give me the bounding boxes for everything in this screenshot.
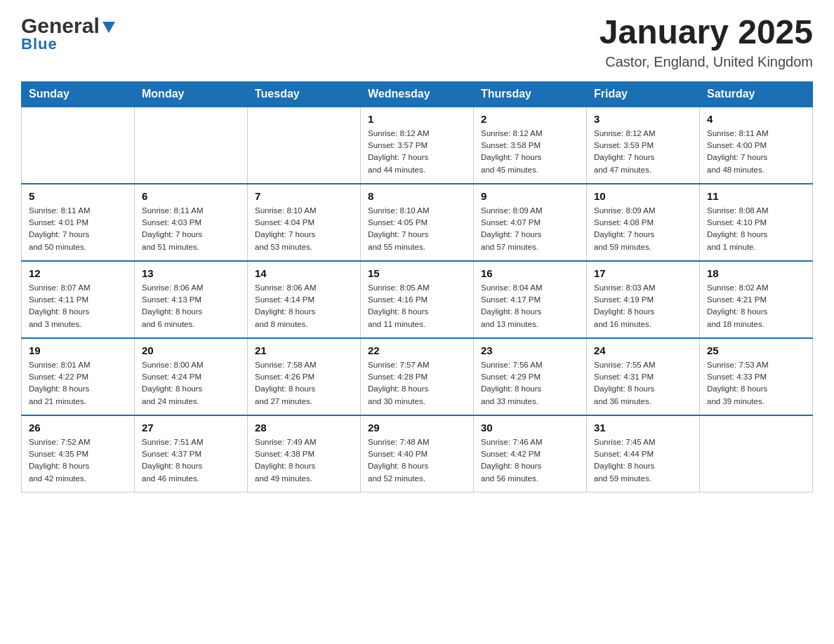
day-number: 27 xyxy=(142,422,240,434)
day-number: 8 xyxy=(368,190,466,202)
calendar-table: SundayMondayTuesdayWednesdayThursdayFrid… xyxy=(21,81,813,493)
calendar-cell: 6Sunrise: 8:11 AM Sunset: 4:03 PM Daylig… xyxy=(135,184,248,261)
day-info: Sunrise: 7:58 AM Sunset: 4:26 PM Dayligh… xyxy=(255,359,353,408)
day-number: 3 xyxy=(594,113,692,125)
logo-general-text: General xyxy=(21,14,100,38)
day-number: 28 xyxy=(255,422,353,434)
day-info: Sunrise: 7:57 AM Sunset: 4:28 PM Dayligh… xyxy=(368,359,466,408)
day-info: Sunrise: 8:12 AM Sunset: 3:59 PM Dayligh… xyxy=(594,128,692,176)
title-area: January 2025 Castor, England, United Kin… xyxy=(600,14,813,70)
calendar-cell: 7Sunrise: 8:10 AM Sunset: 4:04 PM Daylig… xyxy=(248,184,361,261)
calendar-cell: 26Sunrise: 7:52 AM Sunset: 4:35 PM Dayli… xyxy=(22,415,135,492)
calendar-cell: 23Sunrise: 7:56 AM Sunset: 4:29 PM Dayli… xyxy=(474,338,587,415)
day-info: Sunrise: 8:08 AM Sunset: 4:10 PM Dayligh… xyxy=(707,205,805,253)
calendar-cell: 1Sunrise: 8:12 AM Sunset: 3:57 PM Daylig… xyxy=(361,107,474,184)
calendar-week-row: 1Sunrise: 8:12 AM Sunset: 3:57 PM Daylig… xyxy=(22,107,813,184)
day-info: Sunrise: 8:11 AM Sunset: 4:03 PM Dayligh… xyxy=(142,205,240,253)
calendar-cell: 12Sunrise: 8:07 AM Sunset: 4:11 PM Dayli… xyxy=(22,261,135,338)
calendar-cell: 31Sunrise: 7:45 AM Sunset: 4:44 PM Dayli… xyxy=(587,415,700,492)
calendar-cell: 14Sunrise: 8:06 AM Sunset: 4:14 PM Dayli… xyxy=(248,261,361,338)
calendar-cell: 3Sunrise: 8:12 AM Sunset: 3:59 PM Daylig… xyxy=(587,107,700,184)
calendar-cell: 5Sunrise: 8:11 AM Sunset: 4:01 PM Daylig… xyxy=(22,184,135,261)
day-info: Sunrise: 8:05 AM Sunset: 4:16 PM Dayligh… xyxy=(368,282,466,330)
day-number: 21 xyxy=(255,344,353,356)
day-info: Sunrise: 8:06 AM Sunset: 4:13 PM Dayligh… xyxy=(142,282,240,330)
calendar-cell: 30Sunrise: 7:46 AM Sunset: 4:42 PM Dayli… xyxy=(474,415,587,492)
day-number: 5 xyxy=(29,190,127,202)
day-number: 1 xyxy=(368,113,466,125)
day-number: 13 xyxy=(142,267,240,279)
day-info: Sunrise: 7:52 AM Sunset: 4:35 PM Dayligh… xyxy=(29,436,127,485)
day-number: 7 xyxy=(255,190,353,202)
day-number: 10 xyxy=(594,190,692,202)
calendar-cell: 16Sunrise: 8:04 AM Sunset: 4:17 PM Dayli… xyxy=(474,261,587,338)
calendar-cell: 18Sunrise: 8:02 AM Sunset: 4:21 PM Dayli… xyxy=(700,261,813,338)
day-number: 23 xyxy=(481,344,579,356)
calendar-week-row: 26Sunrise: 7:52 AM Sunset: 4:35 PM Dayli… xyxy=(22,415,813,492)
logo-blue-text: Blue xyxy=(21,35,117,53)
day-number: 25 xyxy=(707,344,805,356)
day-number: 18 xyxy=(707,267,805,279)
day-number: 26 xyxy=(29,422,127,434)
calendar-header-tuesday: Tuesday xyxy=(248,81,361,107)
day-number: 6 xyxy=(142,190,240,202)
calendar-cell: 21Sunrise: 7:58 AM Sunset: 4:26 PM Dayli… xyxy=(248,338,361,415)
calendar-week-row: 12Sunrise: 8:07 AM Sunset: 4:11 PM Dayli… xyxy=(22,261,813,338)
month-title: January 2025 xyxy=(600,14,813,51)
day-number: 24 xyxy=(594,344,692,356)
day-info: Sunrise: 7:48 AM Sunset: 4:40 PM Dayligh… xyxy=(368,436,466,485)
page-header: General Blue January 2025 Castor, Englan… xyxy=(21,14,813,70)
calendar-cell: 17Sunrise: 8:03 AM Sunset: 4:19 PM Dayli… xyxy=(587,261,700,338)
day-number: 15 xyxy=(368,267,466,279)
day-info: Sunrise: 7:46 AM Sunset: 4:42 PM Dayligh… xyxy=(481,436,579,485)
day-number: 4 xyxy=(707,113,805,125)
day-number: 16 xyxy=(481,267,579,279)
day-number: 12 xyxy=(29,267,127,279)
calendar-cell xyxy=(248,107,361,184)
calendar-cell: 28Sunrise: 7:49 AM Sunset: 4:38 PM Dayli… xyxy=(248,415,361,492)
calendar-cell: 10Sunrise: 8:09 AM Sunset: 4:08 PM Dayli… xyxy=(587,184,700,261)
calendar-cell: 9Sunrise: 8:09 AM Sunset: 4:07 PM Daylig… xyxy=(474,184,587,261)
day-number: 14 xyxy=(255,267,353,279)
day-info: Sunrise: 7:51 AM Sunset: 4:37 PM Dayligh… xyxy=(142,436,240,485)
calendar-cell: 29Sunrise: 7:48 AM Sunset: 4:40 PM Dayli… xyxy=(361,415,474,492)
day-number: 22 xyxy=(368,344,466,356)
calendar-cell: 15Sunrise: 8:05 AM Sunset: 4:16 PM Dayli… xyxy=(361,261,474,338)
calendar-cell: 4Sunrise: 8:11 AM Sunset: 4:00 PM Daylig… xyxy=(700,107,813,184)
day-number: 29 xyxy=(368,422,466,434)
day-info: Sunrise: 8:11 AM Sunset: 4:00 PM Dayligh… xyxy=(707,128,805,176)
calendar-cell: 8Sunrise: 8:10 AM Sunset: 4:05 PM Daylig… xyxy=(361,184,474,261)
logo-triangle-icon xyxy=(101,19,117,34)
day-info: Sunrise: 8:10 AM Sunset: 4:04 PM Dayligh… xyxy=(255,205,353,253)
calendar-cell: 25Sunrise: 7:53 AM Sunset: 4:33 PM Dayli… xyxy=(700,338,813,415)
day-number: 2 xyxy=(481,113,579,125)
day-number: 9 xyxy=(481,190,579,202)
day-number: 11 xyxy=(707,190,805,202)
day-info: Sunrise: 8:07 AM Sunset: 4:11 PM Dayligh… xyxy=(29,282,127,330)
day-info: Sunrise: 8:00 AM Sunset: 4:24 PM Dayligh… xyxy=(142,359,240,408)
calendar-cell: 27Sunrise: 7:51 AM Sunset: 4:37 PM Dayli… xyxy=(135,415,248,492)
calendar-cell: 20Sunrise: 8:00 AM Sunset: 4:24 PM Dayli… xyxy=(135,338,248,415)
day-info: Sunrise: 8:04 AM Sunset: 4:17 PM Dayligh… xyxy=(481,282,579,330)
calendar-cell xyxy=(135,107,248,184)
day-info: Sunrise: 8:10 AM Sunset: 4:05 PM Dayligh… xyxy=(368,205,466,253)
calendar-cell: 22Sunrise: 7:57 AM Sunset: 4:28 PM Dayli… xyxy=(361,338,474,415)
calendar-cell: 2Sunrise: 8:12 AM Sunset: 3:58 PM Daylig… xyxy=(474,107,587,184)
day-info: Sunrise: 8:12 AM Sunset: 3:57 PM Dayligh… xyxy=(368,128,466,176)
calendar-cell: 13Sunrise: 8:06 AM Sunset: 4:13 PM Dayli… xyxy=(135,261,248,338)
calendar-header-saturday: Saturday xyxy=(700,81,813,107)
day-info: Sunrise: 8:09 AM Sunset: 4:08 PM Dayligh… xyxy=(594,205,692,253)
svg-marker-0 xyxy=(102,22,115,33)
day-info: Sunrise: 8:09 AM Sunset: 4:07 PM Dayligh… xyxy=(481,205,579,253)
calendar-header-wednesday: Wednesday xyxy=(361,81,474,107)
day-number: 17 xyxy=(594,267,692,279)
calendar-header-row: SundayMondayTuesdayWednesdayThursdayFrid… xyxy=(22,81,813,107)
day-info: Sunrise: 8:11 AM Sunset: 4:01 PM Dayligh… xyxy=(29,205,127,253)
calendar-header-sunday: Sunday xyxy=(22,81,135,107)
calendar-cell: 24Sunrise: 7:55 AM Sunset: 4:31 PM Dayli… xyxy=(587,338,700,415)
day-info: Sunrise: 8:02 AM Sunset: 4:21 PM Dayligh… xyxy=(707,282,805,330)
day-info: Sunrise: 8:06 AM Sunset: 4:14 PM Dayligh… xyxy=(255,282,353,330)
calendar-header-friday: Friday xyxy=(587,81,700,107)
day-info: Sunrise: 7:55 AM Sunset: 4:31 PM Dayligh… xyxy=(594,359,692,408)
location-title: Castor, England, United Kingdom xyxy=(600,54,813,70)
